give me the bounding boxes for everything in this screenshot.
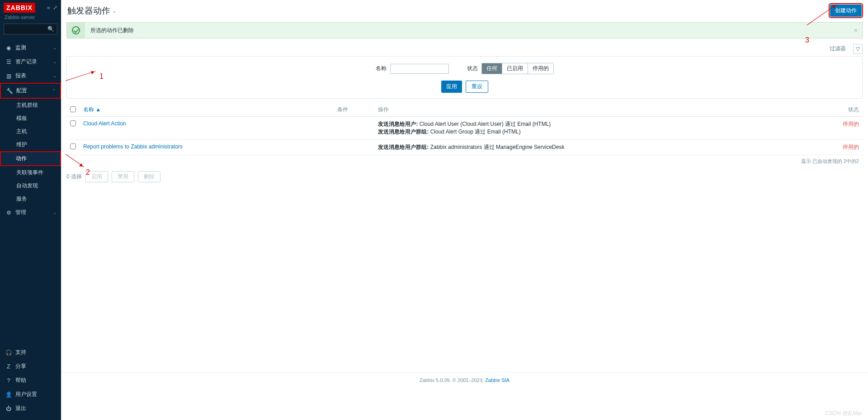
watermark: CSDN @乱码e xyxy=(826,410,862,417)
selected-count: 0 选择 xyxy=(66,173,82,181)
filter-panel: 名称 状态 任何 已启用 停用的 应用 重设 xyxy=(66,56,863,99)
op-text: Zabbix administrators 通过 ManageEngine Se… xyxy=(429,144,564,150)
nav-reports[interactable]: ▥ 报表 ⌄ xyxy=(0,69,61,83)
list-icon: ☰ xyxy=(5,59,13,65)
actions-table: 名称 ▲ 条件 操作 状态 Cloud Alert Action 发送消息给用户… xyxy=(66,103,863,155)
nav-monitor[interactable]: ◉ 监测 ⌄ xyxy=(0,41,61,55)
filter-name-label: 名称 xyxy=(376,65,387,72)
row-conditions xyxy=(334,140,374,155)
sort-asc-icon: ▲ xyxy=(95,106,101,113)
gear-icon: ⚙ xyxy=(5,210,13,216)
chevron-down-icon: ⌄ xyxy=(53,73,57,78)
main-content: 触发器动作 ⌄ 创建动作 所选的动作已删除 × 过滤器 ▽ 名称 状态 任何 已… xyxy=(61,0,868,420)
footer: Zabbix 5.0.39. © 2001–2023, Zabbix SIA xyxy=(61,372,868,387)
nav-logout[interactable]: ⏻退出 xyxy=(0,401,61,415)
action-name-link[interactable]: Cloud Alert Action xyxy=(83,120,126,127)
filter-name-input[interactable] xyxy=(390,64,449,74)
action-name-link[interactable]: Report problems to Zabbix administrators xyxy=(83,143,183,150)
nav-reports-label: 报表 xyxy=(15,72,26,80)
nav-help[interactable]: ?帮助 xyxy=(0,373,61,387)
table-row: Cloud Alert Action 发送消息给用户: Cloud Alert … xyxy=(66,117,863,140)
col-operations: 操作 xyxy=(374,103,835,117)
search-box[interactable]: 🔍 xyxy=(4,24,57,34)
row-operations: 发送消息给用户群组: Zabbix administrators 通过 Mana… xyxy=(374,140,835,155)
success-icon xyxy=(67,23,85,38)
nav-sub-hosts[interactable]: 主机 xyxy=(0,125,61,138)
nav-share[interactable]: Z分享 xyxy=(0,359,61,373)
op-text: Cloud Alert User (Cloud Alert User) 通过 E… xyxy=(418,121,551,127)
col-status: 状态 xyxy=(835,103,863,117)
row-conditions xyxy=(334,117,374,140)
chevron-down-icon: ⌄ xyxy=(53,210,57,215)
nav-inventory-label: 资产记录 xyxy=(15,58,37,66)
close-message-icon[interactable]: × xyxy=(854,27,858,34)
server-name: Zabbix-server xyxy=(5,14,57,20)
nav-sub-actions[interactable]: 动作 xyxy=(0,151,61,166)
create-action-button[interactable]: 创建动作 xyxy=(830,5,862,17)
col-name[interactable]: 名称 xyxy=(83,106,94,113)
nav-inventory[interactable]: ☰ 资产记录 ⌄ xyxy=(0,55,61,69)
op-text: Cloud Alert Group 通过 Email (HTML) xyxy=(429,129,520,135)
wrench-icon: 🔧 xyxy=(5,88,14,94)
filter-status-disabled[interactable]: 停用的 xyxy=(528,63,553,74)
filter-toggle[interactable]: 过滤器 xyxy=(826,43,849,54)
chevron-up-icon: ⌃ xyxy=(52,88,56,93)
nav-help-label: 帮助 xyxy=(15,377,26,384)
bulk-enable-button[interactable]: 启用 xyxy=(85,171,108,182)
nav-sub-discovery[interactable]: 自动发现 xyxy=(0,179,61,192)
logout-icon: ⏻ xyxy=(5,406,13,412)
nav-sub-templates[interactable]: 模板 xyxy=(0,112,61,125)
status-link[interactable]: 停用的 xyxy=(843,121,859,127)
bulk-actions: 0 选择 启用 禁用 删除 xyxy=(66,171,863,182)
page-header: 触发器动作 ⌄ 创建动作 xyxy=(61,0,868,20)
table-row: Report problems to Zabbix administrators… xyxy=(66,140,863,155)
op-bold: 发送消息给用户: xyxy=(378,121,418,127)
footer-link[interactable]: Zabbix SIA xyxy=(485,377,509,383)
nav-config-label: 配置 xyxy=(16,87,27,95)
nav-sub-hostgroups[interactable]: 主机群组 xyxy=(0,99,61,112)
nav-admin[interactable]: ⚙ 管理 ⌄ xyxy=(0,205,61,220)
status-link[interactable]: 停用的 xyxy=(843,144,859,150)
filter-funnel-icon[interactable]: ▽ xyxy=(853,44,863,54)
footer-text: Zabbix 5.0.39. © 2001–2023, xyxy=(420,377,485,383)
chevron-down-icon: ⌄ xyxy=(53,45,57,50)
select-all-checkbox[interactable] xyxy=(70,106,76,112)
chart-icon: ▥ xyxy=(5,73,13,79)
expand-icon[interactable]: ⤢ xyxy=(53,5,57,11)
row-checkbox[interactable] xyxy=(70,143,76,149)
nav-admin-label: 管理 xyxy=(15,209,26,216)
op-bold: 发送消息给用户群组: xyxy=(378,129,429,135)
filter-status-any[interactable]: 任何 xyxy=(482,63,502,74)
eye-icon: ◉ xyxy=(5,45,13,51)
filter-status-group: 任何 已启用 停用的 xyxy=(481,63,554,74)
title-dropdown-icon[interactable]: ⌄ xyxy=(112,8,117,14)
nav-monitor-label: 监测 xyxy=(15,44,26,52)
bulk-disable-button[interactable]: 禁用 xyxy=(112,171,134,182)
nav-usersettings[interactable]: 👤用户设置 xyxy=(0,387,61,401)
nav-sub-maintenance[interactable]: 维护 xyxy=(0,138,61,151)
search-icon[interactable]: 🔍 xyxy=(47,26,54,32)
nav-share-label: 分享 xyxy=(15,363,26,370)
col-conditions: 条件 xyxy=(334,103,374,117)
nav-support[interactable]: 🎧支持 xyxy=(0,345,61,359)
share-icon: Z xyxy=(5,363,13,370)
nav-logout-label: 退出 xyxy=(15,405,26,412)
filter-status-enabled[interactable]: 已启用 xyxy=(502,63,528,74)
filter-apply-button[interactable]: 应用 xyxy=(441,81,462,93)
nav-sub-services[interactable]: 服务 xyxy=(0,192,61,205)
nav-sub-correlation[interactable]: 关联项事件 xyxy=(0,166,61,179)
filter-status-label: 状态 xyxy=(467,65,478,72)
nav-config[interactable]: 🔧 配置 ⌃ xyxy=(0,83,61,99)
table-footer: 显示 已自动发现的 2中的2 xyxy=(61,155,868,167)
op-bold: 发送消息给用户群组: xyxy=(378,144,429,150)
row-checkbox[interactable] xyxy=(70,120,76,126)
bulk-delete-button[interactable]: 删除 xyxy=(138,171,160,182)
logo[interactable]: ZABBIX xyxy=(4,3,35,13)
page-title: 触发器动作 xyxy=(67,5,110,17)
success-message: 所选的动作已删除 × xyxy=(66,22,863,38)
help-icon: ? xyxy=(5,377,13,384)
search-input[interactable] xyxy=(7,26,47,32)
collapse-icon[interactable]: « xyxy=(47,5,50,11)
headset-icon: 🎧 xyxy=(5,349,13,356)
filter-reset-button[interactable]: 重设 xyxy=(466,81,488,93)
